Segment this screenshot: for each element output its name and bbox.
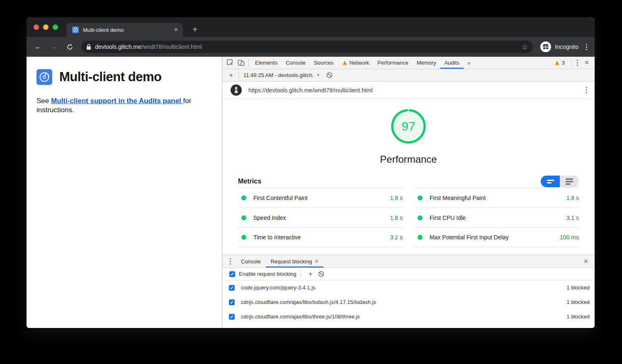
reload-button[interactable] [64, 41, 75, 53]
browser-menu-button[interactable] [584, 42, 589, 52]
category-label: Performance [222, 154, 595, 165]
tab-close-icon[interactable]: × [174, 27, 178, 33]
browser-toolbar: ← → devtools.glitch.me/wndt78/multiclien… [27, 37, 595, 57]
page-heading: Multi-client demo [36, 69, 214, 85]
metrics-view-compact-button[interactable] [541, 176, 560, 187]
clear-audits-button[interactable] [324, 71, 335, 80]
blocked-count: 1 blocked [566, 299, 590, 305]
add-pattern-button[interactable]: + [305, 270, 316, 279]
browser-tab[interactable]: Multi-client demo × [66, 23, 183, 37]
metric-value: 3.2 s [390, 234, 403, 241]
new-tab-button[interactable]: + [189, 24, 201, 35]
audit-run-select[interactable]: 11:49:25 AM - devtools.glitch. ▼ [243, 72, 320, 78]
bookmark-star-icon[interactable]: ☆ [522, 43, 528, 51]
tab-title: Multi-client demo [83, 27, 174, 33]
warning-icon [554, 60, 560, 65]
performance-score-gauge[interactable]: 97 [390, 108, 427, 145]
browser-window: Multi-client demo × + ← → devtools.glitc… [27, 17, 595, 328]
drawer-tab-close-icon[interactable]: × [315, 258, 318, 265]
console-warning-badge[interactable]: 3 [552, 60, 567, 66]
blocked-pattern-row[interactable]: ✓ code.jquery.com/jquery-3.4.1.js 1 bloc… [222, 280, 595, 295]
pass-dot-icon [241, 215, 246, 220]
forward-button[interactable]: → [48, 41, 60, 53]
tab-label: Elements [255, 60, 277, 66]
more-tabs-button[interactable]: » [464, 60, 474, 66]
metrics-section: Metrics First Contentful Paint 1.8 s [222, 175, 595, 247]
remove-all-patterns-button[interactable] [316, 270, 327, 279]
address-bar[interactable]: devtools.glitch.me/wndt78/multiclient.ht… [81, 41, 533, 53]
drawer-tab-label: Console [241, 258, 261, 265]
tab-network[interactable]: Network [338, 57, 374, 69]
incognito-icon [540, 41, 551, 52]
audits-panel-link[interactable]: Multi-client support in the Audits panel [51, 97, 183, 105]
metric-row[interactable]: First Contentful Paint 1.8 s [238, 188, 403, 207]
tab-audits[interactable]: Audits [440, 57, 464, 69]
metrics-view-toggle[interactable] [541, 176, 579, 187]
drawer-close-button[interactable]: × [581, 257, 591, 266]
new-audit-button[interactable]: + [226, 71, 236, 80]
tab-strip: Multi-client demo × + [27, 17, 595, 37]
incognito-badge: Incognito [540, 41, 578, 52]
inspect-element-button[interactable] [225, 58, 236, 67]
lock-icon[interactable] [86, 44, 91, 50]
tab-sources[interactable]: Sources [310, 57, 338, 69]
window-zoom-button[interactable] [53, 24, 58, 30]
tab-label: Memory [417, 60, 436, 66]
blocked-pattern-row[interactable]: ✓ cdnjs.cloudflare.com/ajax/libs/lodash.… [222, 295, 595, 309]
back-button[interactable]: ← [32, 41, 44, 53]
pattern-checkbox[interactable]: ✓ [229, 299, 235, 305]
blocked-pattern-row[interactable]: ✓ cdnjs.cloudflare.com/ajax/libs/three.j… [222, 309, 595, 324]
audit-run-label: 11:49:25 AM - devtools.glitch. [243, 72, 314, 78]
tab-console[interactable]: Console [282, 57, 310, 69]
enable-request-blocking-checkbox[interactable]: ✓ [229, 271, 235, 277]
metrics-title: Metrics [238, 178, 261, 185]
tab-label: Sources [314, 60, 334, 66]
drawer-menu-button[interactable] [228, 257, 233, 266]
blocked-count: 1 blocked [566, 284, 590, 291]
block-icon [326, 72, 333, 78]
report-menu-button[interactable] [584, 85, 589, 95]
tab-memory[interactable]: Memory [413, 57, 440, 69]
page-title: Multi-client demo [59, 70, 161, 84]
metric-row[interactable]: Max Potential First Input Delay 100 ms [414, 227, 579, 247]
pass-dot-icon [241, 195, 246, 200]
metric-row[interactable]: First Meaningful Paint 1.8 s [414, 188, 579, 207]
tab-elements[interactable]: Elements [251, 57, 282, 69]
metric-row[interactable]: First CPU Idle 3.1 s [414, 207, 579, 227]
device-toolbar-icon [238, 59, 245, 66]
pattern-url: code.jquery.com/jquery-3.4.1.js [241, 284, 566, 291]
warning-icon [342, 60, 347, 65]
devtools-panel: Elements Console Sources Network Perform… [222, 57, 595, 328]
warning-count: 3 [562, 60, 565, 66]
metric-value: 100 ms [560, 234, 579, 241]
performance-score: 97 [390, 108, 427, 145]
pattern-checkbox[interactable]: ✓ [229, 285, 235, 291]
pattern-url: cdnjs.cloudflare.com/ajax/libs/lodash.js… [241, 299, 566, 305]
metric-row[interactable]: Speed Index 1.8 s [238, 207, 403, 227]
drawer-tab-console[interactable]: Console [236, 255, 266, 268]
pattern-checkbox[interactable]: ✓ [229, 314, 235, 320]
devtools-menu-button[interactable] [575, 58, 580, 67]
pass-dot-icon [418, 215, 423, 220]
window-minimize-button[interactable] [43, 24, 49, 30]
enable-request-blocking-label: Enable request blocking [239, 271, 296, 277]
pass-dot-icon [418, 235, 423, 240]
devtools-logo-favicon [72, 27, 79, 33]
metric-row[interactable]: Time to Interactive 3.2 s [238, 227, 403, 247]
tab-label: Console [286, 60, 306, 66]
drawer-tabbar: Console Request blocking × × [222, 255, 595, 268]
drawer-tab-request-blocking[interactable]: Request blocking × [266, 255, 323, 268]
window-close-button[interactable] [34, 24, 39, 30]
devtools-close-button[interactable]: × [581, 58, 592, 67]
page-intro: See Multi-client support in the Audits p… [36, 96, 216, 115]
metrics-column-left: First Contentful Paint 1.8 s Speed Index… [238, 188, 403, 247]
metrics-view-list-button[interactable] [560, 176, 579, 187]
inspect-icon [227, 59, 234, 66]
traffic-lights [34, 24, 58, 30]
tab-performance[interactable]: Performance [373, 57, 412, 69]
incognito-label: Incognito [555, 43, 578, 50]
pass-dot-icon [418, 195, 423, 200]
tab-label: Network [350, 60, 369, 66]
devtools-logo-icon [36, 69, 52, 85]
device-toolbar-button[interactable] [236, 58, 246, 67]
